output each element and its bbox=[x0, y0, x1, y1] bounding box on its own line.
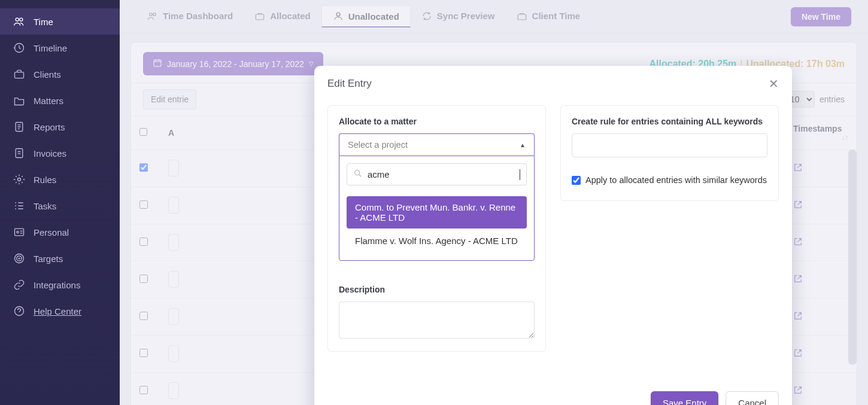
sidebar-item-label: Invoices bbox=[34, 148, 66, 159]
briefcase-icon bbox=[13, 68, 25, 80]
sidebar-item-time[interactable]: Time bbox=[0, 8, 120, 35]
modal-title: Edit Entry bbox=[327, 78, 372, 90]
sidebar-item-label: Timeline bbox=[34, 43, 67, 53]
invoice-icon bbox=[13, 147, 25, 159]
sidebar-item-invoices[interactable]: Invoices bbox=[0, 140, 120, 166]
sidebar-item-label: Integrations bbox=[34, 280, 80, 290]
sidebar-item-integrations[interactable]: Integrations bbox=[0, 272, 120, 298]
svg-point-11 bbox=[19, 258, 20, 259]
sidebar-item-matters[interactable]: Matters bbox=[0, 87, 120, 114]
description-label: Description bbox=[339, 285, 535, 294]
rule-panel: Create rule for entries containing ALL k… bbox=[560, 105, 779, 201]
document-icon bbox=[13, 121, 25, 133]
select-placeholder: Select a project bbox=[348, 140, 408, 150]
history-icon bbox=[13, 42, 25, 54]
sidebar-item-personal[interactable]: Personal bbox=[0, 219, 120, 245]
sidebar-item-label: Help Center bbox=[34, 306, 81, 316]
apply-row: Apply to allocated entries with similar … bbox=[572, 175, 767, 185]
sidebar-item-clients[interactable]: Clients bbox=[0, 61, 120, 87]
project-option-list: Comm. to Prevent Mun. Bankr. v. Renne - … bbox=[347, 196, 527, 252]
sidebar-item-timeline[interactable]: Timeline bbox=[0, 35, 120, 61]
apply-checkbox[interactable] bbox=[572, 176, 581, 185]
target-icon bbox=[13, 252, 25, 264]
apply-label: Apply to allocated entries with similar … bbox=[585, 175, 767, 185]
link-icon bbox=[13, 279, 25, 291]
project-option[interactable]: Comm. to Prevent Mun. Bankr. v. Renne - … bbox=[347, 196, 527, 229]
sidebar-item-targets[interactable]: Targets bbox=[0, 245, 120, 272]
sidebar-item-label: Matters bbox=[34, 96, 63, 106]
modal-actions: Save Entry Cancel bbox=[314, 391, 792, 405]
svg-rect-3 bbox=[15, 72, 24, 78]
sidebar-item-reports[interactable]: Reports bbox=[0, 114, 120, 140]
sidebar-item-label: Personal bbox=[34, 227, 69, 237]
gear-icon bbox=[13, 173, 25, 185]
rule-keywords-input[interactable] bbox=[572, 133, 767, 157]
svg-point-19 bbox=[355, 170, 360, 175]
rule-label: Create rule for entries containing ALL k… bbox=[572, 117, 767, 126]
svg-rect-5 bbox=[16, 149, 23, 158]
modal-body: Allocate to a matter Select a project ▲ … bbox=[314, 95, 792, 357]
allocate-panel: Allocate to a matter Select a project ▲ … bbox=[327, 105, 546, 352]
project-search-row bbox=[347, 163, 527, 185]
sidebar-item-label: Clients bbox=[34, 69, 61, 80]
svg-point-8 bbox=[17, 231, 19, 233]
project-search-input[interactable] bbox=[368, 169, 515, 179]
chevron-up-icon: ▲ bbox=[520, 142, 526, 148]
sidebar-item-label: Reports bbox=[34, 122, 65, 132]
sidebar-item-tasks[interactable]: Tasks bbox=[0, 193, 120, 219]
folder-icon bbox=[13, 95, 25, 106]
svg-rect-7 bbox=[15, 229, 24, 236]
search-icon bbox=[353, 169, 363, 180]
svg-point-6 bbox=[18, 178, 21, 181]
sidebar-item-label: Rules bbox=[34, 175, 56, 185]
svg-point-0 bbox=[16, 18, 19, 21]
sidebar: Time Timeline Clients Matters Reports In… bbox=[0, 0, 120, 405]
help-icon bbox=[13, 305, 25, 317]
sidebar-item-rules[interactable]: Rules bbox=[0, 166, 120, 193]
cancel-button[interactable]: Cancel bbox=[726, 391, 779, 405]
project-dropdown-panel: Comm. to Prevent Mun. Bankr. v. Renne - … bbox=[339, 156, 535, 261]
svg-point-10 bbox=[17, 256, 22, 261]
id-icon bbox=[13, 226, 25, 238]
checklist-icon bbox=[13, 200, 25, 212]
modal-head: Edit Entry ✕ bbox=[314, 66, 792, 95]
edit-entry-modal: Edit Entry ✕ Allocate to a matter Select… bbox=[314, 66, 792, 405]
close-icon[interactable]: ✕ bbox=[769, 77, 779, 91]
project-option[interactable]: Flamme v. Wolf Ins. Agency - ACME LTD bbox=[347, 230, 527, 252]
sidebar-item-label: Targets bbox=[34, 254, 63, 264]
sidebar-item-help[interactable]: Help Center bbox=[0, 298, 120, 324]
project-select-trigger[interactable]: Select a project ▲ bbox=[339, 133, 535, 156]
description-input[interactable] bbox=[339, 302, 535, 339]
sidebar-item-label: Time bbox=[34, 17, 53, 27]
svg-point-9 bbox=[15, 254, 24, 263]
users-icon bbox=[13, 16, 25, 28]
sidebar-item-label: Tasks bbox=[34, 201, 56, 211]
allocate-label: Allocate to a matter bbox=[339, 117, 535, 126]
svg-point-1 bbox=[20, 18, 23, 21]
save-button[interactable]: Save Entry bbox=[651, 391, 718, 405]
